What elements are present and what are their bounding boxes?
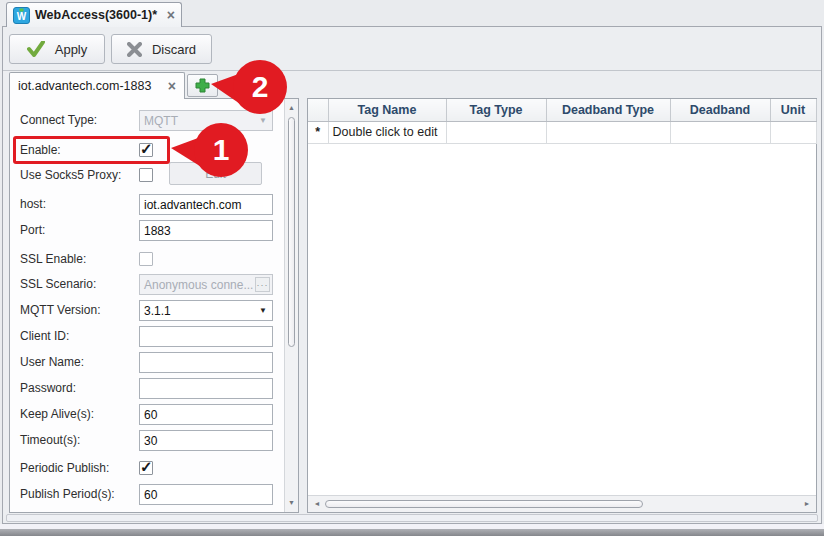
new-row-marker: *: [308, 121, 328, 143]
form-row-periodic-publish: Periodic Publish: ✓: [10, 458, 298, 479]
password-label: Password:: [20, 378, 76, 399]
form-row-keep-alive: Keep Alive(s):: [10, 404, 298, 425]
password-input[interactable]: [139, 378, 273, 399]
document-tab-title: WebAccess(3600-1)*: [35, 8, 157, 22]
chevron-down-icon: ▼: [259, 306, 267, 315]
row-marker-header: [308, 99, 328, 121]
column-header-tag-name[interactable]: Tag Name: [328, 99, 446, 121]
host-label: host:: [20, 194, 46, 215]
keep-alive-label: Keep Alive(s):: [20, 404, 94, 425]
cell-tag-name[interactable]: Double click to edit: [328, 121, 446, 143]
ssl-enable-label: SSL Enable:: [20, 249, 86, 270]
form-row-ssl-enable: SSL Enable:: [10, 249, 298, 270]
close-connection-tab-icon[interactable]: ×: [168, 80, 176, 92]
ssl-scenario-label: SSL Scenario:: [20, 274, 96, 295]
periodic-publish-label: Periodic Publish:: [20, 458, 109, 479]
publish-period-input[interactable]: [139, 484, 273, 505]
mqtt-version-select[interactable]: 3.1.1 ▼: [139, 300, 273, 321]
periodic-publish-checkbox[interactable]: ✓: [139, 461, 153, 475]
form-row-port: Port:: [10, 220, 298, 241]
user-name-input[interactable]: [139, 352, 273, 373]
port-label: Port:: [20, 220, 45, 241]
main-window: Apply Discard iot.advantech.com-1883 × C…: [2, 26, 822, 524]
vertical-scrollbar-thumb[interactable]: [288, 117, 295, 347]
keep-alive-input[interactable]: [139, 404, 273, 425]
svg-text:W: W: [17, 11, 27, 22]
column-header-deadband-type[interactable]: Deadband Type: [546, 99, 670, 121]
apply-button[interactable]: Apply: [9, 34, 105, 64]
cell-tag-type[interactable]: [446, 121, 546, 143]
application-window: W WebAccess(3600-1)* × Apply Discard iot…: [0, 0, 824, 536]
status-strip: [6, 514, 818, 522]
socks5-checkbox[interactable]: [139, 168, 153, 182]
tag-table-header-row: Tag Name Tag Type Deadband Type Deadband…: [308, 99, 816, 121]
table-row[interactable]: * Double click to edit: [308, 121, 816, 143]
timeout-label: Timeout(s):: [20, 430, 80, 451]
chevron-down-icon: ▼: [259, 116, 267, 125]
tab-connection-active[interactable]: iot.advantech.com-1883 ×: [9, 72, 185, 99]
tab-webaccess-3600-1[interactable]: W WebAccess(3600-1)* ×: [6, 2, 182, 27]
enable-highlight-rectangle: [13, 136, 170, 164]
apply-check-icon: [27, 41, 45, 57]
ssl-enable-checkbox[interactable]: [139, 252, 153, 266]
column-header-tag-type[interactable]: Tag Type: [446, 99, 546, 121]
ssl-scenario-field[interactable]: Anonymous conne... ···: [139, 274, 273, 295]
socks5-label: Use Socks5 Proxy:: [20, 165, 121, 186]
webaccess-logo-icon: W: [13, 7, 30, 24]
connection-tab-label: iot.advantech.com-1883: [18, 79, 151, 93]
scroll-right-icon[interactable]: ►: [800, 496, 814, 512]
column-header-deadband[interactable]: Deadband: [670, 99, 770, 121]
form-row-host: host:: [10, 194, 298, 215]
form-row-user-name: User Name:: [10, 352, 298, 373]
form-row-mqtt-version: MQTT Version: 3.1.1 ▼: [10, 300, 298, 321]
callout-step-1-number: 1: [213, 133, 230, 166]
mqtt-version-value: 3.1.1: [144, 304, 171, 318]
table-horizontal-scrollbar[interactable]: ◄ ►: [308, 495, 816, 512]
callout-step-2: 2: [203, 58, 295, 116]
form-vertical-scrollbar[interactable]: ▲ ▼: [284, 99, 298, 512]
tag-table-panel: Tag Name Tag Type Deadband Type Deadband…: [307, 98, 817, 513]
port-input[interactable]: [139, 220, 273, 241]
publish-period-label: Publish Period(s):: [20, 484, 115, 505]
tag-table: Tag Name Tag Type Deadband Type Deadband…: [308, 99, 817, 144]
form-row-client-id: Client ID:: [10, 326, 298, 347]
scroll-down-icon[interactable]: ▼: [285, 496, 298, 510]
column-header-unit[interactable]: Unit: [770, 99, 816, 121]
apply-button-label: Apply: [55, 42, 88, 57]
callout-step-2-number: 2: [252, 70, 269, 103]
user-name-label: User Name:: [20, 352, 84, 373]
client-id-input[interactable]: [139, 326, 273, 347]
cell-deadband-type[interactable]: [546, 121, 670, 143]
cell-deadband[interactable]: [670, 121, 770, 143]
scroll-left-icon[interactable]: ◄: [310, 496, 324, 512]
checkmark-icon: ✓: [140, 458, 153, 476]
timeout-input[interactable]: [139, 430, 273, 451]
cell-unit[interactable]: [770, 121, 816, 143]
form-row-timeout: Timeout(s):: [10, 430, 298, 451]
form-row-password: Password:: [10, 378, 298, 399]
callout-step-1: 1: [163, 121, 255, 179]
horizontal-scrollbar-thumb[interactable]: [325, 500, 643, 508]
close-tab-icon[interactable]: ×: [167, 9, 175, 21]
discard-button-label: Discard: [152, 42, 196, 57]
ssl-scenario-browse-button[interactable]: ···: [255, 277, 270, 292]
ssl-scenario-value: Anonymous conne...: [144, 278, 253, 292]
client-id-label: Client ID:: [20, 326, 69, 347]
mqtt-version-label: MQTT Version:: [20, 300, 100, 321]
form-row-ssl-scenario: SSL Scenario: Anonymous conne... ···: [10, 274, 298, 295]
discard-button[interactable]: Discard: [111, 34, 212, 64]
connect-type-label: Connect Type:: [20, 110, 97, 131]
bottom-edge-bar: [0, 529, 824, 536]
host-input[interactable]: [139, 194, 273, 215]
form-row-publish-period: Publish Period(s):: [10, 484, 298, 505]
toolbar: Apply Discard: [3, 27, 821, 71]
discard-x-icon: [127, 42, 142, 57]
